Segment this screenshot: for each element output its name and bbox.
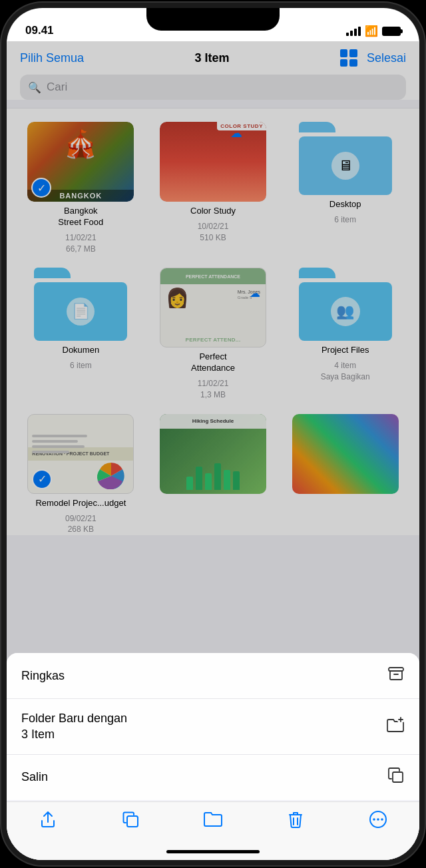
status-time: 09.41 [25, 24, 54, 37]
svg-point-9 [373, 818, 375, 821]
ringkas-label: Ringkas [21, 668, 65, 684]
main-content: Pilih Semua 3 Item Selesai 🔍 Cari [7, 41, 419, 860]
svg-rect-1 [390, 671, 402, 680]
copy-icon [387, 767, 405, 788]
phone-frame: 09.41 📶 Pilih Semua 3 Item S [7, 8, 419, 860]
svg-point-10 [377, 818, 379, 821]
svg-rect-7 [127, 816, 138, 827]
folder-new-label: Folder Baru dengan3 Item [21, 711, 127, 742]
bottom-sheet-folder-new[interactable]: Folder Baru dengan3 Item [7, 699, 419, 755]
notch [146, 8, 280, 31]
svg-point-11 [381, 818, 383, 821]
copy-tab-icon [121, 810, 140, 833]
battery-icon [382, 27, 401, 36]
archive-icon [387, 665, 405, 686]
wifi-icon: 📶 [365, 25, 378, 37]
home-indicator [166, 850, 260, 853]
salin-label: Salin [21, 769, 48, 785]
share-icon [39, 810, 57, 833]
svg-rect-6 [393, 772, 403, 782]
trash-icon [287, 810, 304, 833]
tab-trash[interactable] [254, 810, 337, 833]
more-icon [369, 810, 387, 833]
tab-share[interactable] [7, 810, 89, 833]
tab-copy[interactable] [89, 810, 172, 833]
bottom-sheet-salin[interactable]: Salin [7, 755, 419, 800]
folder-plus-icon [386, 716, 405, 738]
tab-folder[interactable] [172, 810, 254, 832]
signal-icon [346, 27, 361, 36]
status-icons: 📶 [346, 25, 401, 37]
tab-more[interactable] [337, 810, 419, 833]
folder-tab-icon [203, 810, 223, 832]
bottom-sheet-ringkas[interactable]: Ringkas [7, 653, 419, 699]
